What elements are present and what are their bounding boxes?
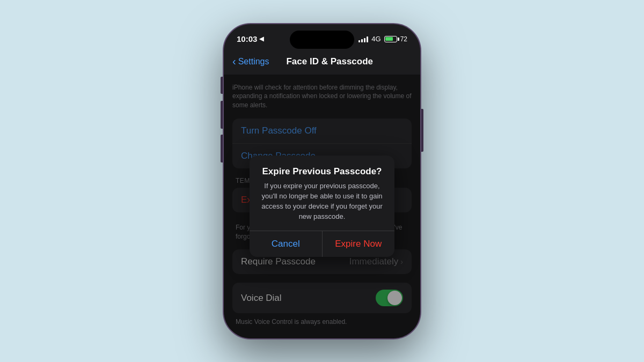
dialog-buttons: Cancel Expire Now xyxy=(250,231,394,257)
scroll-content: iPhone will check for attention before d… xyxy=(224,75,420,338)
dialog-title: Expire Previous Passcode? xyxy=(258,166,386,177)
location-icon: ◀ xyxy=(259,35,264,42)
back-chevron-icon: ‹ xyxy=(232,55,236,68)
status-right: 4G 72 xyxy=(358,35,407,43)
dialog-overlay: Expire Previous Passcode? If you expire … xyxy=(224,75,420,338)
battery-fill xyxy=(385,37,393,41)
signal-bar-2 xyxy=(361,39,363,42)
battery-icon xyxy=(384,36,397,42)
status-time: 10:03 ◀ xyxy=(237,34,264,43)
signal-bars xyxy=(358,36,368,42)
page-background: 10:03 ◀ 4G 72 xyxy=(0,0,644,362)
dialog-content: Expire Previous Passcode? If you expire … xyxy=(250,156,394,230)
nav-title: Face ID & Passcode xyxy=(269,56,390,67)
dynamic-island xyxy=(290,31,354,49)
phone-wrapper: 10:03 ◀ 4G 72 xyxy=(223,23,421,339)
power-button[interactable] xyxy=(421,109,423,152)
back-button[interactable]: ‹ Settings xyxy=(232,55,269,68)
dialog-message: If you expire your previous passcode, yo… xyxy=(258,181,386,221)
nav-bar: ‹ Settings Face ID & Passcode xyxy=(224,51,420,75)
cancel-button[interactable]: Cancel xyxy=(250,231,323,257)
signal-bar-3 xyxy=(364,38,365,42)
signal-bar-1 xyxy=(358,40,360,42)
back-label: Settings xyxy=(238,57,269,67)
battery-level: 72 xyxy=(400,35,407,43)
expire-dialog: Expire Previous Passcode? If you expire … xyxy=(250,156,394,256)
network-type: 4G xyxy=(371,35,380,43)
signal-bar-4 xyxy=(367,36,368,42)
expire-now-button[interactable]: Expire Now xyxy=(323,231,395,257)
time-display: 10:03 xyxy=(237,34,257,43)
screen: 10:03 ◀ 4G 72 xyxy=(224,24,420,338)
phone-body: 10:03 ◀ 4G 72 xyxy=(223,23,421,339)
